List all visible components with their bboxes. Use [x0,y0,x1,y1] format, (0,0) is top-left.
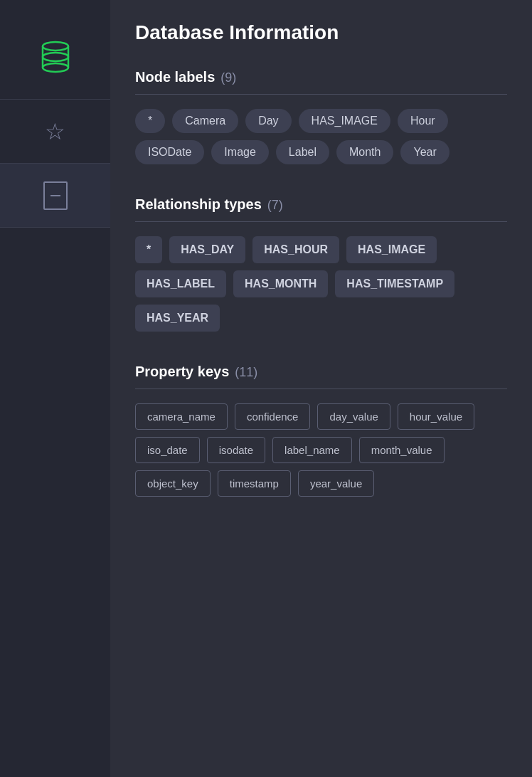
relationship-types-tags: * HAS_DAY HAS_HOUR HAS_IMAGE HAS_LABEL H… [135,236,507,332]
rel-tag-has-image[interactable]: HAS_IMAGE [346,236,437,263]
tag-image[interactable]: Image [211,140,268,164]
prop-tag-timestamp[interactable]: timestamp [218,470,291,497]
tag-year[interactable]: Year [400,140,449,164]
tag-label[interactable]: Label [276,140,329,164]
node-labels-tags: * Camera Day HAS_IMAGE Hour ISODate Imag… [135,109,507,164]
node-labels-count: (9) [220,70,236,85]
node-labels-title: Node labels [135,69,215,85]
node-labels-header: Node labels (9) [135,69,507,85]
tag-hour[interactable]: Hour [398,109,448,133]
tag-month[interactable]: Month [336,140,393,164]
prop-tag-isodate[interactable]: isodate [207,437,265,463]
prop-tag-hour-value[interactable]: hour_value [398,403,474,430]
rel-tag-has-hour[interactable]: HAS_HOUR [252,236,339,263]
relationship-types-title: Relationship types [135,196,262,213]
main-content: Database Information Node labels (9) * C… [110,0,532,777]
sidebar: ☆ [0,0,110,777]
node-labels-section: Node labels (9) * Camera Day HAS_IMAGE H… [135,69,507,164]
star-icon: ☆ [45,118,65,145]
prop-tag-camera-name[interactable]: camera_name [135,403,228,430]
tag-has-image[interactable]: HAS_IMAGE [299,109,390,133]
property-keys-count: (11) [235,365,257,380]
prop-tag-day-value[interactable]: day_value [317,403,390,430]
prop-tag-confidence[interactable]: confidence [235,403,311,430]
node-labels-divider [135,94,507,95]
relationship-types-section: Relationship types (7) * HAS_DAY HAS_HOU… [135,196,507,332]
property-keys-header: Property keys (11) [135,364,507,380]
property-keys-title: Property keys [135,364,229,380]
tag-day[interactable]: Day [245,109,291,133]
relationship-types-header: Relationship types (7) [135,196,507,213]
property-keys-tags: camera_name confidence day_value hour_va… [135,403,507,497]
property-keys-divider [135,388,507,389]
rel-tag-has-label[interactable]: HAS_LABEL [135,270,226,297]
tag-isodate[interactable]: ISODate [135,140,204,164]
sidebar-logo [0,14,110,100]
prop-tag-object-key[interactable]: object_key [135,470,211,497]
rel-tag-has-day[interactable]: HAS_DAY [169,236,245,263]
rel-tag-has-timestamp[interactable]: HAS_TIMESTAMP [335,270,454,297]
relationship-types-count: (7) [267,198,283,213]
svg-point-0 [43,42,68,51]
rel-tag-has-year[interactable]: HAS_YEAR [135,305,220,332]
prop-tag-year-value[interactable]: year_value [298,470,374,497]
rel-tag-asterisk[interactable]: * [135,236,162,263]
property-keys-section: Property keys (11) camera_name confidenc… [135,364,507,497]
prop-tag-month-value[interactable]: month_value [359,437,445,463]
sidebar-item-documents[interactable] [0,164,110,228]
svg-point-1 [43,53,68,61]
svg-point-2 [43,63,68,72]
document-icon [43,181,68,210]
relationship-types-divider [135,221,507,222]
prop-tag-iso-date[interactable]: iso_date [135,437,200,463]
prop-tag-label-name[interactable]: label_name [272,437,352,463]
database-icon [37,38,74,75]
rel-tag-has-month[interactable]: HAS_MONTH [233,270,328,297]
tag-asterisk[interactable]: * [135,109,165,133]
tag-camera[interactable]: Camera [172,109,238,133]
page-title: Database Information [135,21,507,44]
sidebar-item-favorites[interactable]: ☆ [0,100,110,164]
